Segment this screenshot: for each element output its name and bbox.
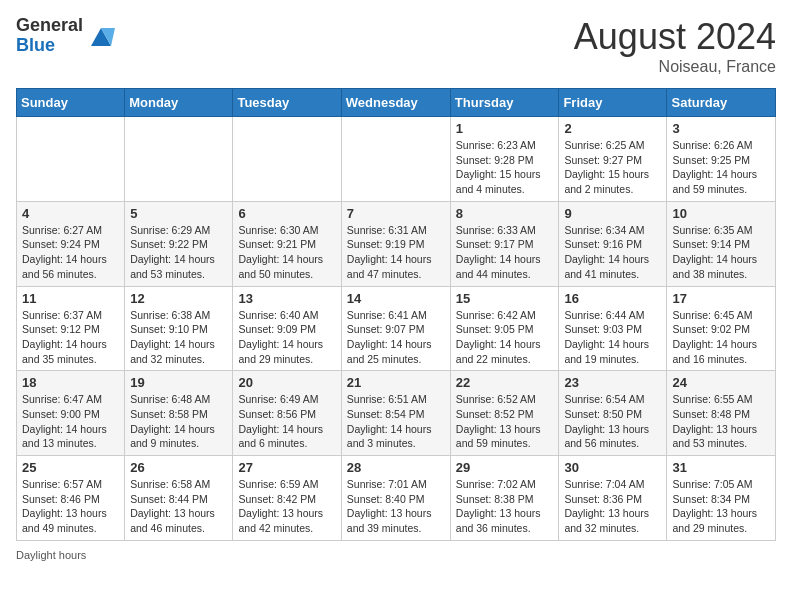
day-info: Sunrise: 6:57 AMSunset: 8:46 PMDaylight:… xyxy=(22,477,119,536)
calendar-cell: 9Sunrise: 6:34 AMSunset: 9:16 PMDaylight… xyxy=(559,201,667,286)
day-number: 10 xyxy=(672,206,770,221)
logo-general: General xyxy=(16,15,83,35)
calendar-day-header: Thursday xyxy=(450,89,559,117)
day-info: Sunrise: 6:47 AMSunset: 9:00 PMDaylight:… xyxy=(22,392,119,451)
calendar-cell: 8Sunrise: 6:33 AMSunset: 9:17 PMDaylight… xyxy=(450,201,559,286)
calendar-cell: 1Sunrise: 6:23 AMSunset: 9:28 PMDaylight… xyxy=(450,117,559,202)
calendar-day-header: Tuesday xyxy=(233,89,341,117)
calendar-cell: 24Sunrise: 6:55 AMSunset: 8:48 PMDayligh… xyxy=(667,371,776,456)
day-number: 22 xyxy=(456,375,554,390)
calendar-cell: 29Sunrise: 7:02 AMSunset: 8:38 PMDayligh… xyxy=(450,456,559,541)
day-info: Sunrise: 6:23 AMSunset: 9:28 PMDaylight:… xyxy=(456,138,554,197)
day-number: 1 xyxy=(456,121,554,136)
logo-blue: Blue xyxy=(16,35,55,55)
calendar-cell: 27Sunrise: 6:59 AMSunset: 8:42 PMDayligh… xyxy=(233,456,341,541)
calendar-header-row: SundayMondayTuesdayWednesdayThursdayFrid… xyxy=(17,89,776,117)
calendar-cell xyxy=(125,117,233,202)
logo-icon xyxy=(87,22,115,50)
day-info: Sunrise: 6:26 AMSunset: 9:25 PMDaylight:… xyxy=(672,138,770,197)
day-info: Sunrise: 6:41 AMSunset: 9:07 PMDaylight:… xyxy=(347,308,445,367)
day-number: 18 xyxy=(22,375,119,390)
calendar-cell: 5Sunrise: 6:29 AMSunset: 9:22 PMDaylight… xyxy=(125,201,233,286)
calendar-day-header: Saturday xyxy=(667,89,776,117)
calendar-day-header: Monday xyxy=(125,89,233,117)
day-number: 5 xyxy=(130,206,227,221)
calendar-cell: 17Sunrise: 6:45 AMSunset: 9:02 PMDayligh… xyxy=(667,286,776,371)
calendar-cell: 2Sunrise: 6:25 AMSunset: 9:27 PMDaylight… xyxy=(559,117,667,202)
calendar-day-header: Wednesday xyxy=(341,89,450,117)
calendar-cell: 10Sunrise: 6:35 AMSunset: 9:14 PMDayligh… xyxy=(667,201,776,286)
day-number: 29 xyxy=(456,460,554,475)
day-number: 21 xyxy=(347,375,445,390)
calendar-cell: 22Sunrise: 6:52 AMSunset: 8:52 PMDayligh… xyxy=(450,371,559,456)
calendar-cell: 18Sunrise: 6:47 AMSunset: 9:00 PMDayligh… xyxy=(17,371,125,456)
day-info: Sunrise: 6:40 AMSunset: 9:09 PMDaylight:… xyxy=(238,308,335,367)
calendar-cell: 19Sunrise: 6:48 AMSunset: 8:58 PMDayligh… xyxy=(125,371,233,456)
title-block: August 2024 Noiseau, France xyxy=(574,16,776,76)
calendar-cell: 31Sunrise: 7:05 AMSunset: 8:34 PMDayligh… xyxy=(667,456,776,541)
calendar-cell xyxy=(233,117,341,202)
day-info: Sunrise: 6:55 AMSunset: 8:48 PMDaylight:… xyxy=(672,392,770,451)
day-number: 17 xyxy=(672,291,770,306)
calendar-cell: 30Sunrise: 7:04 AMSunset: 8:36 PMDayligh… xyxy=(559,456,667,541)
calendar-cell: 20Sunrise: 6:49 AMSunset: 8:56 PMDayligh… xyxy=(233,371,341,456)
day-number: 30 xyxy=(564,460,661,475)
day-number: 13 xyxy=(238,291,335,306)
day-info: Sunrise: 6:30 AMSunset: 9:21 PMDaylight:… xyxy=(238,223,335,282)
day-number: 16 xyxy=(564,291,661,306)
day-number: 4 xyxy=(22,206,119,221)
day-number: 3 xyxy=(672,121,770,136)
day-info: Sunrise: 7:05 AMSunset: 8:34 PMDaylight:… xyxy=(672,477,770,536)
day-info: Sunrise: 6:59 AMSunset: 8:42 PMDaylight:… xyxy=(238,477,335,536)
calendar-table: SundayMondayTuesdayWednesdayThursdayFrid… xyxy=(16,88,776,541)
calendar-cell: 7Sunrise: 6:31 AMSunset: 9:19 PMDaylight… xyxy=(341,201,450,286)
calendar-cell: 15Sunrise: 6:42 AMSunset: 9:05 PMDayligh… xyxy=(450,286,559,371)
day-info: Sunrise: 6:38 AMSunset: 9:10 PMDaylight:… xyxy=(130,308,227,367)
day-number: 20 xyxy=(238,375,335,390)
calendar-cell: 16Sunrise: 6:44 AMSunset: 9:03 PMDayligh… xyxy=(559,286,667,371)
day-number: 19 xyxy=(130,375,227,390)
logo: General Blue xyxy=(16,16,115,56)
calendar-cell xyxy=(341,117,450,202)
day-info: Sunrise: 6:44 AMSunset: 9:03 PMDaylight:… xyxy=(564,308,661,367)
location: Noiseau, France xyxy=(574,58,776,76)
day-number: 14 xyxy=(347,291,445,306)
day-info: Sunrise: 6:48 AMSunset: 8:58 PMDaylight:… xyxy=(130,392,227,451)
day-info: Sunrise: 7:04 AMSunset: 8:36 PMDaylight:… xyxy=(564,477,661,536)
day-number: 6 xyxy=(238,206,335,221)
day-info: Sunrise: 6:35 AMSunset: 9:14 PMDaylight:… xyxy=(672,223,770,282)
day-info: Sunrise: 6:27 AMSunset: 9:24 PMDaylight:… xyxy=(22,223,119,282)
day-info: Sunrise: 6:45 AMSunset: 9:02 PMDaylight:… xyxy=(672,308,770,367)
calendar-cell xyxy=(17,117,125,202)
day-number: 27 xyxy=(238,460,335,475)
calendar-cell: 25Sunrise: 6:57 AMSunset: 8:46 PMDayligh… xyxy=(17,456,125,541)
calendar-week-row: 4Sunrise: 6:27 AMSunset: 9:24 PMDaylight… xyxy=(17,201,776,286)
day-info: Sunrise: 6:49 AMSunset: 8:56 PMDaylight:… xyxy=(238,392,335,451)
calendar-day-header: Sunday xyxy=(17,89,125,117)
day-number: 9 xyxy=(564,206,661,221)
day-info: Sunrise: 6:34 AMSunset: 9:16 PMDaylight:… xyxy=(564,223,661,282)
calendar-cell: 12Sunrise: 6:38 AMSunset: 9:10 PMDayligh… xyxy=(125,286,233,371)
calendar-week-row: 18Sunrise: 6:47 AMSunset: 9:00 PMDayligh… xyxy=(17,371,776,456)
calendar-cell: 21Sunrise: 6:51 AMSunset: 8:54 PMDayligh… xyxy=(341,371,450,456)
calendar-cell: 13Sunrise: 6:40 AMSunset: 9:09 PMDayligh… xyxy=(233,286,341,371)
day-number: 2 xyxy=(564,121,661,136)
day-number: 26 xyxy=(130,460,227,475)
day-number: 15 xyxy=(456,291,554,306)
day-info: Sunrise: 6:54 AMSunset: 8:50 PMDaylight:… xyxy=(564,392,661,451)
day-info: Sunrise: 6:58 AMSunset: 8:44 PMDaylight:… xyxy=(130,477,227,536)
calendar-cell: 26Sunrise: 6:58 AMSunset: 8:44 PMDayligh… xyxy=(125,456,233,541)
day-info: Sunrise: 6:25 AMSunset: 9:27 PMDaylight:… xyxy=(564,138,661,197)
calendar-week-row: 11Sunrise: 6:37 AMSunset: 9:12 PMDayligh… xyxy=(17,286,776,371)
day-info: Sunrise: 6:29 AMSunset: 9:22 PMDaylight:… xyxy=(130,223,227,282)
day-info: Sunrise: 6:52 AMSunset: 8:52 PMDaylight:… xyxy=(456,392,554,451)
day-info: Sunrise: 7:02 AMSunset: 8:38 PMDaylight:… xyxy=(456,477,554,536)
day-number: 28 xyxy=(347,460,445,475)
calendar-day-header: Friday xyxy=(559,89,667,117)
day-info: Sunrise: 6:33 AMSunset: 9:17 PMDaylight:… xyxy=(456,223,554,282)
calendar-cell: 3Sunrise: 6:26 AMSunset: 9:25 PMDaylight… xyxy=(667,117,776,202)
daylight-label: Daylight hours xyxy=(16,549,86,561)
calendar-week-row: 1Sunrise: 6:23 AMSunset: 9:28 PMDaylight… xyxy=(17,117,776,202)
day-number: 23 xyxy=(564,375,661,390)
day-number: 25 xyxy=(22,460,119,475)
